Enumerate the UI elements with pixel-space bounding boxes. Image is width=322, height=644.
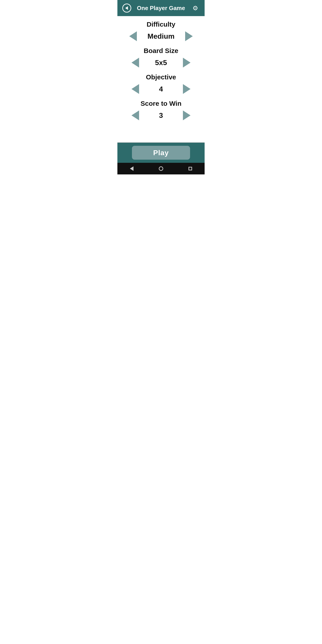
main-content: Difficulty Medium Board Size 5x5 Objecti… — [118, 16, 204, 142]
objective-right-arrow-icon — [183, 84, 190, 94]
board-size-value: 5x5 — [150, 58, 172, 67]
difficulty-left-arrow-icon — [129, 31, 137, 41]
board-size-label: Board Size — [144, 47, 178, 54]
score-to-win-left-arrow-icon — [132, 110, 139, 120]
board-size-block: Board Size 5x5 — [118, 47, 204, 69]
difficulty-block: Difficulty Medium — [118, 20, 204, 43]
android-nav-bar — [118, 163, 204, 174]
board-size-left-arrow-icon — [132, 58, 139, 68]
android-back-icon[interactable] — [130, 166, 134, 171]
objective-label: Objective — [146, 73, 176, 81]
difficulty-label: Difficulty — [147, 20, 175, 28]
settings-button[interactable]: ⚙ — [190, 3, 200, 13]
board-size-row: 5x5 — [130, 56, 192, 69]
app-footer: Play — [118, 143, 204, 163]
objective-prev-button[interactable] — [130, 82, 141, 96]
score-to-win-row: 3 — [130, 109, 192, 122]
android-home-icon[interactable] — [159, 166, 163, 171]
score-to-win-next-button[interactable] — [181, 109, 192, 122]
score-to-win-prev-button[interactable] — [130, 109, 141, 122]
back-button[interactable] — [122, 3, 132, 13]
back-icon — [122, 4, 131, 12]
difficulty-next-button[interactable] — [183, 30, 194, 43]
app-header: One Player Game ⚙ — [118, 0, 204, 16]
board-size-right-arrow-icon — [183, 58, 190, 68]
score-to-win-value: 3 — [150, 111, 172, 120]
board-size-prev-button[interactable] — [130, 56, 141, 69]
board-size-next-button[interactable] — [181, 56, 192, 69]
objective-value: 4 — [150, 85, 172, 93]
score-to-win-label: Score to Win — [140, 100, 181, 107]
objective-left-arrow-icon — [132, 84, 139, 94]
back-arrow-shape — [125, 6, 128, 10]
score-to-win-block: Score to Win 3 — [118, 100, 204, 122]
android-recents-icon[interactable] — [188, 167, 192, 170]
difficulty-value: Medium — [148, 32, 175, 40]
gear-icon: ⚙ — [192, 4, 198, 12]
objective-block: Objective 4 — [118, 73, 204, 96]
play-button[interactable]: Play — [132, 146, 190, 160]
difficulty-right-arrow-icon — [185, 31, 193, 41]
page-title: One Player Game — [132, 5, 190, 12]
difficulty-row: Medium — [128, 30, 195, 43]
objective-next-button[interactable] — [181, 82, 192, 96]
score-to-win-right-arrow-icon — [183, 110, 190, 120]
objective-row: 4 — [130, 82, 192, 96]
difficulty-prev-button[interactable] — [128, 30, 139, 43]
